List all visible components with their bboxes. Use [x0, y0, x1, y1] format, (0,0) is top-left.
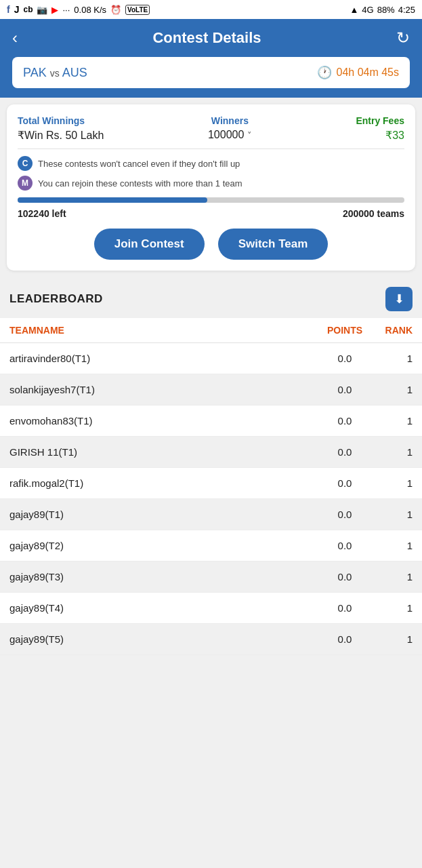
page-title: Contest Details [18, 29, 396, 47]
entry-fees-value: ₹33 [356, 129, 404, 142]
entry-fees-block: Entry Fees ₹33 [356, 115, 404, 142]
info-row-c: C These contests won't cancel even if th… [18, 156, 404, 171]
table-row: gajay89(T3) 0.0 1 [0, 561, 422, 593]
team-points: 0.0 [318, 415, 372, 427]
total-teams: 200000 teams [343, 208, 404, 219]
team-rank: 1 [372, 477, 413, 489]
winners-value: 100000 ˅ [208, 129, 252, 141]
alarm-icon: ⏰ [110, 5, 121, 15]
team-rank: 1 [372, 353, 413, 364]
download-icon: ⬇ [394, 292, 404, 307]
badge-m: M [18, 176, 33, 191]
divider-1 [18, 149, 404, 149]
timer-value: 04h 04m 45s [336, 66, 399, 79]
info-row-m: M You can rejoin these contests with mor… [18, 176, 404, 191]
timer-icon: 🕐 [317, 65, 332, 80]
team-rank: 1 [372, 415, 413, 427]
status-icons: f J cb 📷 ▶ ··· 0.08 K/s ⏰ VoLTE [7, 4, 150, 15]
match-teams: PAK vs AUS [23, 66, 87, 80]
table-row: gajay89(T1) 0.0 1 [0, 499, 422, 530]
team2: AUS [62, 66, 87, 79]
progress-bar-bg [18, 197, 404, 203]
refresh-button[interactable]: ↻ [396, 28, 410, 47]
status-bar: f J cb 📷 ▶ ··· 0.08 K/s ⏰ VoLTE ▲ 4G 88%… [0, 0, 422, 19]
switch-team-button[interactable]: Switch Team [218, 229, 329, 260]
network-speed: 0.08 K/s [74, 5, 106, 15]
contest-stats: Total Winnings ₹Win Rs. 50 Lakh Winners … [18, 115, 404, 142]
table-row: rafik.mogal2(T1) 0.0 1 [0, 468, 422, 499]
volte-icon: VoLTE [125, 5, 150, 15]
entry-fees-label: Entry Fees [356, 115, 404, 126]
team-name: rafik.mogal2(T1) [9, 477, 318, 489]
info-text-c: These contests won't cancel even if they… [38, 159, 240, 169]
team-points: 0.0 [318, 602, 372, 614]
table-row: solankijayesh7(T1) 0.0 1 [0, 374, 422, 406]
progress-section: 102240 left 200000 teams [18, 197, 404, 219]
total-winnings-block: Total Winnings ₹Win Rs. 50 Lakh [18, 115, 104, 142]
team-name: gajay89(T2) [9, 540, 318, 551]
team-name: gajay89(T1) [9, 509, 318, 520]
j-icon: J [14, 4, 20, 15]
team-name: gajay89(T5) [9, 633, 318, 645]
table-row: gajay89(T2) 0.0 1 [0, 530, 422, 561]
team-rank: 1 [372, 446, 413, 458]
contest-card: Total Winnings ₹Win Rs. 50 Lakh Winners … [7, 104, 415, 271]
app-header: ‹ Contest Details ↻ [0, 19, 422, 57]
total-winnings-value: ₹Win Rs. 50 Lakh [18, 129, 104, 142]
team-points: 0.0 [318, 384, 372, 395]
team-rank: 1 [372, 602, 413, 614]
chevron-icon: ˅ [247, 130, 252, 140]
team-name: artiravinder80(T1) [9, 353, 318, 364]
action-buttons: Join Contest Switch Team [18, 229, 404, 260]
join-contest-button[interactable]: Join Contest [94, 229, 205, 260]
team-name: envomohan83(T1) [9, 415, 318, 427]
team-rank: 1 [372, 571, 413, 583]
progress-labels: 102240 left 200000 teams [18, 208, 404, 219]
badge-c: C [18, 156, 33, 171]
youtube-icon: ▶ [51, 5, 58, 15]
table-row: gajay89(T5) 0.0 1 [0, 624, 422, 655]
match-bar: PAK vs AUS 🕐 04h 04m 45s [0, 57, 422, 98]
network-type: 4G [362, 5, 373, 15]
team1: PAK [23, 66, 47, 79]
progress-bar-fill [18, 197, 207, 203]
team-name: solankijayesh7(T1) [9, 384, 318, 395]
team-points: 0.0 [318, 633, 372, 645]
leaderboard-title: LEADERBOARD [9, 292, 103, 306]
winners-label: Winners [208, 115, 252, 126]
col-header-rank: RANK [372, 325, 413, 336]
clock: 4:25 [398, 5, 415, 15]
total-winnings-label: Total Winnings [18, 115, 104, 126]
match-timer: 🕐 04h 04m 45s [317, 65, 399, 80]
team-points: 0.0 [318, 509, 372, 520]
more-icon: ··· [62, 5, 70, 15]
team-name: gajay89(T3) [9, 571, 318, 583]
winners-block: Winners 100000 ˅ [208, 115, 252, 142]
cb-icon: cb [23, 5, 33, 14]
col-header-points: POINTS [318, 325, 372, 336]
leaderboard-rows: artiravinder80(T1) 0.0 1 solankijayesh7(… [0, 343, 422, 655]
signal-icon: ▲ [350, 5, 358, 15]
status-right-icons: ▲ 4G 88% 4:25 [350, 5, 415, 15]
team-points: 0.0 [318, 353, 372, 364]
table-row: gajay89(T4) 0.0 1 [0, 593, 422, 624]
team-rank: 1 [372, 509, 413, 520]
team-points: 0.0 [318, 446, 372, 458]
team-points: 0.0 [318, 540, 372, 551]
back-button[interactable]: ‹ [12, 28, 18, 47]
vs-label: vs [50, 68, 60, 79]
battery-level: 88% [377, 5, 395, 15]
team-rank: 1 [372, 633, 413, 645]
leaderboard-table: TEAMNAME POINTS RANK artiravinder80(T1) … [0, 318, 422, 655]
leaderboard-section: LEADERBOARD ⬇ TEAMNAME POINTS RANK artir… [0, 277, 422, 655]
info-text-m: You can rejoin these contests with more … [38, 178, 242, 189]
team-name: GIRISH 11(T1) [9, 446, 318, 458]
table-row: artiravinder80(T1) 0.0 1 [0, 343, 422, 374]
instagram-icon: 📷 [37, 5, 47, 15]
team-rank: 1 [372, 540, 413, 551]
download-button[interactable]: ⬇ [385, 287, 413, 311]
spots-left: 102240 left [18, 208, 66, 219]
col-header-teamname: TEAMNAME [9, 325, 318, 336]
team-name: gajay89(T4) [9, 602, 318, 614]
leaderboard-header: LEADERBOARD ⬇ [0, 277, 422, 318]
